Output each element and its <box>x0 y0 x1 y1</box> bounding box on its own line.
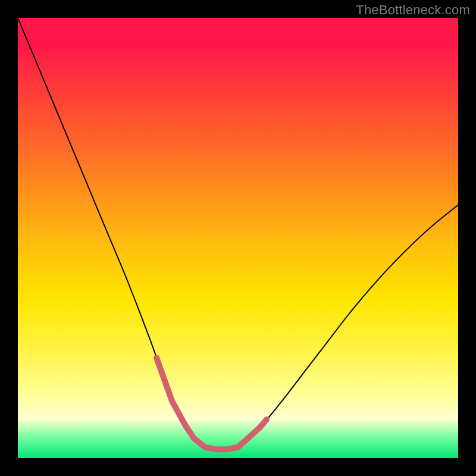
watermark-text: TheBottleneck.com <box>356 2 470 18</box>
curve-highlight-left <box>156 358 194 438</box>
plot-area <box>18 18 458 458</box>
curve-path <box>18 18 458 450</box>
curve-highlight-right <box>238 419 267 447</box>
curve-highlight-bottom <box>194 439 238 450</box>
chart-frame: TheBottleneck.com <box>0 0 476 476</box>
bottleneck-curve <box>18 18 458 458</box>
